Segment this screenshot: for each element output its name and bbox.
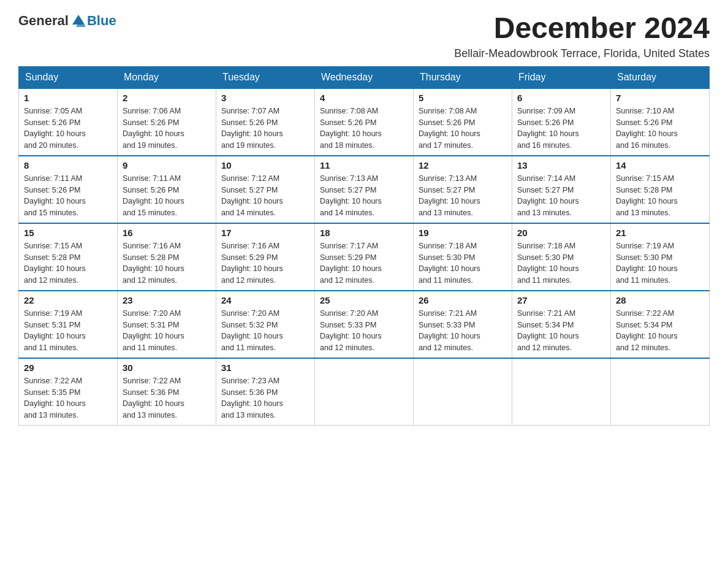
calendar-cell: 23 Sunrise: 7:20 AMSunset: 5:31 PMDaylig… <box>118 291 216 358</box>
calendar-cell: 13 Sunrise: 7:14 AMSunset: 5:27 PMDaylig… <box>512 156 611 223</box>
calendar-cell: 14 Sunrise: 7:15 AMSunset: 5:28 PMDaylig… <box>611 156 710 223</box>
day-info: Sunrise: 7:23 AMSunset: 5:36 PMDaylight:… <box>221 377 283 419</box>
day-info: Sunrise: 7:05 AMSunset: 5:26 PMDaylight:… <box>24 107 86 150</box>
day-info: Sunrise: 7:15 AMSunset: 5:28 PMDaylight:… <box>616 174 678 217</box>
day-info: Sunrise: 7:22 AMSunset: 5:36 PMDaylight:… <box>123 377 184 419</box>
calendar-cell <box>315 358 414 426</box>
day-info: Sunrise: 7:10 AMSunset: 5:26 PMDaylight:… <box>616 107 678 150</box>
calendar-table: SundayMondayTuesdayWednesdayThursdayFrid… <box>18 66 710 426</box>
day-info: Sunrise: 7:13 AMSunset: 5:27 PMDaylight:… <box>320 174 382 217</box>
calendar-cell: 5 Sunrise: 7:08 AMSunset: 5:26 PMDayligh… <box>414 88 512 156</box>
calendar-cell: 16 Sunrise: 7:16 AMSunset: 5:28 PMDaylig… <box>118 223 216 291</box>
header-thursday: Thursday <box>414 66 512 88</box>
calendar-cell: 2 Sunrise: 7:06 AMSunset: 5:26 PMDayligh… <box>118 88 216 156</box>
calendar-cell: 21 Sunrise: 7:19 AMSunset: 5:30 PMDaylig… <box>611 223 710 291</box>
title-section: December 2024 Bellair-Meadowbrook Terrac… <box>454 12 710 60</box>
day-number: 21 <box>616 228 704 238</box>
logo: General Blue <box>18 12 116 29</box>
calendar-cell: 7 Sunrise: 7:10 AMSunset: 5:26 PMDayligh… <box>611 88 710 156</box>
day-info: Sunrise: 7:11 AMSunset: 5:26 PMDaylight:… <box>123 174 184 217</box>
day-info: Sunrise: 7:12 AMSunset: 5:27 PMDaylight:… <box>221 174 283 217</box>
calendar-cell: 25 Sunrise: 7:20 AMSunset: 5:33 PMDaylig… <box>315 291 414 358</box>
day-number: 30 <box>123 362 211 373</box>
week-row-1: 1 Sunrise: 7:05 AMSunset: 5:26 PMDayligh… <box>19 88 710 156</box>
day-number: 25 <box>320 295 408 305</box>
day-number: 18 <box>320 228 408 238</box>
day-info: Sunrise: 7:16 AMSunset: 5:28 PMDaylight:… <box>123 242 184 285</box>
calendar-cell: 18 Sunrise: 7:17 AMSunset: 5:29 PMDaylig… <box>315 223 414 291</box>
day-info: Sunrise: 7:09 AMSunset: 5:26 PMDaylight:… <box>517 107 579 150</box>
day-number: 12 <box>419 160 507 170</box>
day-info: Sunrise: 7:16 AMSunset: 5:29 PMDaylight:… <box>221 242 283 285</box>
day-info: Sunrise: 7:18 AMSunset: 5:30 PMDaylight:… <box>517 242 579 285</box>
header-monday: Monday <box>118 66 216 88</box>
header-row: SundayMondayTuesdayWednesdayThursdayFrid… <box>19 66 710 88</box>
day-number: 31 <box>221 362 309 373</box>
day-info: Sunrise: 7:20 AMSunset: 5:31 PMDaylight:… <box>123 309 184 352</box>
calendar-cell: 12 Sunrise: 7:13 AMSunset: 5:27 PMDaylig… <box>414 156 512 223</box>
day-number: 26 <box>419 295 507 305</box>
day-number: 22 <box>24 295 112 305</box>
calendar-cell: 24 Sunrise: 7:20 AMSunset: 5:32 PMDaylig… <box>216 291 315 358</box>
day-number: 4 <box>320 93 408 103</box>
day-info: Sunrise: 7:17 AMSunset: 5:29 PMDaylight:… <box>320 242 382 285</box>
day-number: 7 <box>616 93 704 103</box>
page-header: General Blue December 2024 Bellair-Meado… <box>18 12 710 60</box>
week-row-4: 22 Sunrise: 7:19 AMSunset: 5:31 PMDaylig… <box>19 291 710 358</box>
day-info: Sunrise: 7:20 AMSunset: 5:32 PMDaylight:… <box>221 309 283 352</box>
day-info: Sunrise: 7:22 AMSunset: 5:34 PMDaylight:… <box>616 309 678 352</box>
day-number: 16 <box>123 228 211 238</box>
day-number: 17 <box>221 228 309 238</box>
day-info: Sunrise: 7:14 AMSunset: 5:27 PMDaylight:… <box>517 174 579 217</box>
logo-general: General <box>18 13 69 29</box>
day-number: 11 <box>320 160 408 170</box>
day-info: Sunrise: 7:06 AMSunset: 5:26 PMDaylight:… <box>123 107 184 150</box>
calendar-cell: 11 Sunrise: 7:13 AMSunset: 5:27 PMDaylig… <box>315 156 414 223</box>
day-number: 28 <box>616 295 704 305</box>
day-info: Sunrise: 7:08 AMSunset: 5:26 PMDaylight:… <box>320 107 382 150</box>
day-number: 9 <box>123 160 211 170</box>
day-number: 8 <box>24 160 112 170</box>
day-number: 15 <box>24 228 112 238</box>
day-number: 29 <box>24 362 112 373</box>
day-info: Sunrise: 7:15 AMSunset: 5:28 PMDaylight:… <box>24 242 86 285</box>
calendar-cell: 15 Sunrise: 7:15 AMSunset: 5:28 PMDaylig… <box>19 223 118 291</box>
header-sunday: Sunday <box>19 66 118 88</box>
calendar-cell <box>512 358 611 426</box>
day-number: 13 <box>517 160 605 170</box>
day-number: 10 <box>221 160 309 170</box>
header-saturday: Saturday <box>611 66 710 88</box>
calendar-title: December 2024 <box>454 12 710 45</box>
calendar-cell: 27 Sunrise: 7:21 AMSunset: 5:34 PMDaylig… <box>512 291 611 358</box>
calendar-subtitle: Bellair-Meadowbrook Terrace, Florida, Un… <box>454 47 710 60</box>
week-row-3: 15 Sunrise: 7:15 AMSunset: 5:28 PMDaylig… <box>19 223 710 291</box>
calendar-cell: 22 Sunrise: 7:19 AMSunset: 5:31 PMDaylig… <box>19 291 118 358</box>
calendar-cell <box>611 358 710 426</box>
header-friday: Friday <box>512 66 611 88</box>
header-wednesday: Wednesday <box>315 66 414 88</box>
day-info: Sunrise: 7:07 AMSunset: 5:26 PMDaylight:… <box>221 107 283 150</box>
day-info: Sunrise: 7:19 AMSunset: 5:31 PMDaylight:… <box>24 309 86 352</box>
logo-icon <box>70 12 87 29</box>
day-info: Sunrise: 7:18 AMSunset: 5:30 PMDaylight:… <box>419 242 480 285</box>
calendar-cell <box>414 358 512 426</box>
day-info: Sunrise: 7:21 AMSunset: 5:34 PMDaylight:… <box>517 309 579 352</box>
calendar-cell: 3 Sunrise: 7:07 AMSunset: 5:26 PMDayligh… <box>216 88 315 156</box>
day-number: 3 <box>221 93 309 103</box>
day-number: 2 <box>123 93 211 103</box>
day-info: Sunrise: 7:13 AMSunset: 5:27 PMDaylight:… <box>419 174 480 217</box>
day-info: Sunrise: 7:11 AMSunset: 5:26 PMDaylight:… <box>24 174 86 217</box>
calendar-cell: 1 Sunrise: 7:05 AMSunset: 5:26 PMDayligh… <box>19 88 118 156</box>
day-number: 5 <box>419 93 507 103</box>
day-info: Sunrise: 7:20 AMSunset: 5:33 PMDaylight:… <box>320 309 382 352</box>
week-row-5: 29 Sunrise: 7:22 AMSunset: 5:35 PMDaylig… <box>19 358 710 426</box>
week-row-2: 8 Sunrise: 7:11 AMSunset: 5:26 PMDayligh… <box>19 156 710 223</box>
day-number: 24 <box>221 295 309 305</box>
day-number: 6 <box>517 93 605 103</box>
calendar-cell: 28 Sunrise: 7:22 AMSunset: 5:34 PMDaylig… <box>611 291 710 358</box>
calendar-cell: 30 Sunrise: 7:22 AMSunset: 5:36 PMDaylig… <box>118 358 216 426</box>
day-info: Sunrise: 7:19 AMSunset: 5:30 PMDaylight:… <box>616 242 678 285</box>
day-number: 20 <box>517 228 605 238</box>
calendar-cell: 17 Sunrise: 7:16 AMSunset: 5:29 PMDaylig… <box>216 223 315 291</box>
calendar-cell: 4 Sunrise: 7:08 AMSunset: 5:26 PMDayligh… <box>315 88 414 156</box>
